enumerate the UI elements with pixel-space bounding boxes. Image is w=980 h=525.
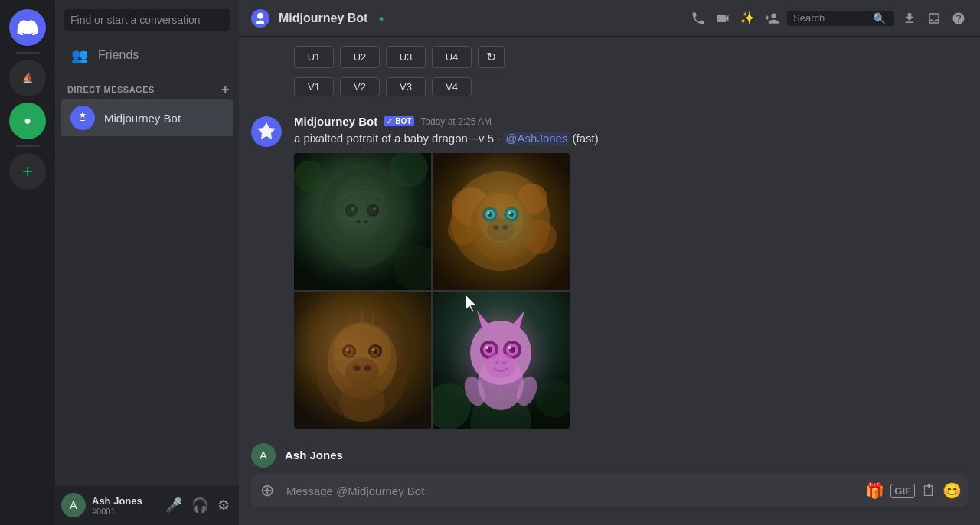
- dm-section-header: DIRECT MESSAGES +: [55, 70, 239, 99]
- channel-icon: [251, 9, 270, 28]
- svg-point-30: [485, 210, 495, 219]
- add-attachment-button[interactable]: ⊕: [257, 474, 277, 507]
- svg-point-57: [536, 380, 570, 418]
- message-text: a pixalted potrait of a baby dragon --v …: [294, 131, 968, 147]
- server-green[interactable]: ●: [9, 103, 46, 139]
- more-button[interactable]: ···: [944, 115, 968, 137]
- dragon-image-1[interactable]: [294, 153, 431, 290]
- dragon-image-2[interactable]: [433, 153, 570, 290]
- prev-u4-button[interactable]: U4: [432, 46, 472, 68]
- dm-search-area: [55, 0, 239, 40]
- svg-point-5: [262, 127, 271, 136]
- input-right-buttons: 🎁 GIF 🗒 😊: [865, 481, 962, 500]
- svg-rect-0: [80, 119, 86, 119]
- svg-point-66: [509, 347, 515, 353]
- svg-point-34: [488, 211, 490, 214]
- svg-rect-1: [80, 120, 85, 121]
- username: Ash Jones: [92, 495, 156, 507]
- dm-section-label: DIRECT MESSAGES: [67, 85, 155, 94]
- add-friend-button[interactable]: [763, 9, 781, 28]
- prev-u1-button[interactable]: U1: [294, 46, 334, 68]
- svg-point-70: [495, 361, 499, 364]
- emoji-button[interactable]: 😊: [942, 481, 962, 500]
- prev-v3-button[interactable]: V3: [386, 77, 426, 96]
- svg-point-47: [347, 349, 351, 354]
- dragon-image-3[interactable]: [294, 292, 431, 429]
- svg-point-60: [470, 321, 531, 385]
- chat-messages[interactable]: U1 U2 U3 U4 ↻ V1 V2 V3 V4 Mid: [239, 37, 980, 435]
- friends-button[interactable]: 👥 Friends: [61, 40, 233, 70]
- image-grid[interactable]: [294, 153, 570, 429]
- prev-v1-button[interactable]: V1: [294, 77, 334, 96]
- svg-point-52: [353, 365, 361, 371]
- svg-point-18: [390, 153, 428, 188]
- svg-point-11: [348, 207, 355, 214]
- svg-point-53: [364, 365, 371, 371]
- help-button[interactable]: [949, 9, 968, 28]
- sticker-button[interactable]: 🗒: [921, 482, 936, 500]
- user-bar: A Ash Jones #0001 🎤 🎧 ⚙: [55, 485, 239, 525]
- prev-refresh-button[interactable]: ↻: [478, 46, 505, 68]
- prev-v4-button[interactable]: V4: [432, 77, 472, 96]
- svg-point-7: [320, 168, 404, 268]
- dm-search-input[interactable]: [64, 9, 230, 31]
- prev-v2-button[interactable]: V2: [340, 77, 380, 96]
- download-button[interactable]: [900, 9, 919, 28]
- gif-button[interactable]: GIF: [890, 484, 915, 498]
- mention[interactable]: @AshJones: [504, 132, 569, 145]
- nitro-button[interactable]: ✨: [738, 9, 756, 28]
- svg-point-41: [328, 322, 397, 399]
- add-server-button[interactable]: +: [9, 153, 46, 190]
- header-actions: ✨ 🔍: [689, 9, 968, 28]
- inbox-button[interactable]: [925, 9, 943, 28]
- svg-point-64: [506, 344, 518, 356]
- svg-point-17: [294, 161, 325, 191]
- prev-u3-button[interactable]: U3: [386, 46, 426, 68]
- call-button[interactable]: [689, 9, 707, 28]
- main-content: Midjourney Bot ● ✨ 🔍: [239, 0, 980, 525]
- message-timestamp: Today at 2:25 AM: [420, 116, 492, 127]
- svg-point-19: [394, 245, 431, 290]
- reaction-button[interactable]: 🙂: [885, 115, 914, 137]
- server-boat[interactable]: ⛵: [9, 60, 46, 96]
- prev-u2-button[interactable]: U2: [340, 46, 380, 68]
- search-input[interactable]: [793, 12, 870, 24]
- svg-point-68: [508, 346, 511, 349]
- user-bar-actions: 🎤 🎧 ⚙: [162, 494, 233, 517]
- svg-point-31: [507, 210, 516, 219]
- svg-point-26: [470, 191, 531, 260]
- message-header: Midjourney Bot ✓ BOT Today at 2:25 AM: [294, 115, 968, 128]
- discriminator: #0001: [92, 507, 156, 516]
- svg-point-43: [342, 344, 356, 358]
- chat-input[interactable]: [283, 476, 859, 506]
- deafen-button[interactable]: 🎧: [188, 494, 211, 517]
- dm-add-button[interactable]: +: [221, 83, 230, 96]
- svg-point-37: [493, 225, 499, 230]
- svg-point-73: [513, 373, 541, 409]
- search-icon[interactable]: 🔍: [873, 12, 885, 24]
- settings-button[interactable]: ⚙: [214, 494, 233, 517]
- svg-point-62: [503, 341, 521, 359]
- svg-point-46: [371, 347, 380, 356]
- svg-point-25: [523, 220, 557, 254]
- svg-point-28: [482, 207, 498, 222]
- gift-button[interactable]: 🎁: [865, 481, 884, 500]
- svg-point-63: [483, 344, 495, 356]
- search-bar: 🔍: [787, 11, 894, 26]
- chat-header: Midjourney Bot ● ✨ 🔍: [239, 0, 980, 37]
- svg-rect-6: [294, 153, 431, 290]
- user-info: Ash Jones #0001: [92, 495, 156, 516]
- svg-point-65: [486, 347, 492, 353]
- svg-rect-2: [81, 122, 84, 122]
- home-button[interactable]: [9, 9, 46, 46]
- svg-point-49: [347, 348, 349, 351]
- mute-button[interactable]: 🎤: [162, 494, 185, 517]
- svg-point-10: [367, 204, 379, 217]
- dragon-image-4[interactable]: [433, 292, 570, 429]
- midjourney-avatar: [70, 106, 95, 130]
- svg-point-71: [502, 361, 507, 364]
- svg-point-29: [504, 207, 519, 222]
- reply-button[interactable]: ↩: [917, 115, 941, 137]
- dm-item-midjourney[interactable]: Midjourney Bot: [61, 99, 233, 136]
- video-button[interactable]: [714, 9, 732, 28]
